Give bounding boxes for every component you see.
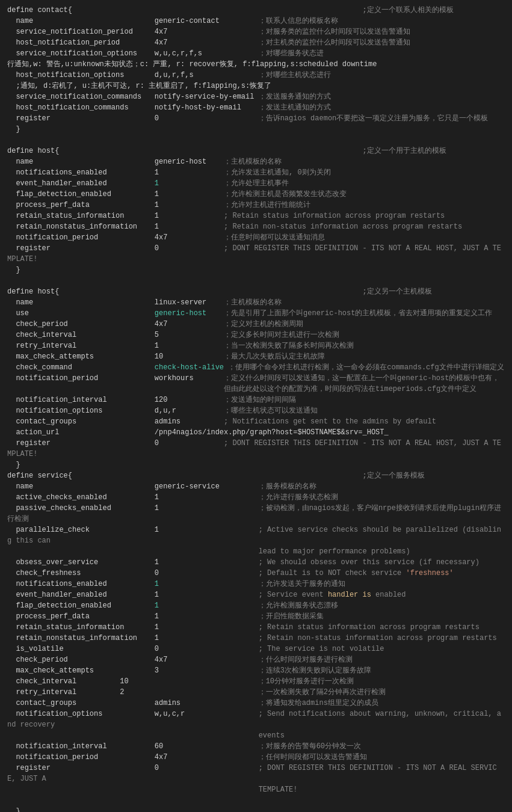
code-content: define contact{ ;定义一个联系人相关的模板 name gener… (7, 5, 505, 812)
code-editor: define contact{ ;定义一个联系人相关的模板 name gener… (7, 5, 505, 812)
